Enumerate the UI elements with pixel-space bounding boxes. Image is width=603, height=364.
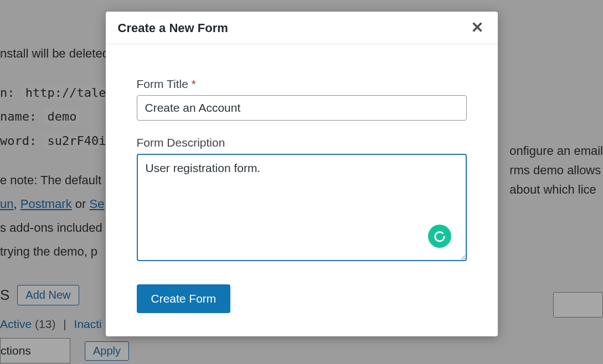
form-description-group: Form Description — [137, 136, 467, 263]
form-title-group: Form Title* — [137, 77, 467, 121]
modal-body: Form Title* Form Description Create Form — [106, 44, 498, 336]
create-form-button[interactable]: Create Form — [137, 284, 231, 313]
form-description-label: Form Description — [137, 136, 467, 149]
close-icon[interactable] — [469, 20, 486, 36]
create-form-modal: Create a New Form Form Title* Form Descr… — [106, 12, 498, 336]
modal-title: Create a New Form — [118, 21, 228, 35]
grammarly-icon[interactable] — [428, 225, 451, 248]
form-title-input[interactable] — [137, 95, 467, 121]
required-marker: * — [192, 77, 196, 90]
modal-overlay: Create a New Form Form Title* Form Descr… — [0, 0, 603, 364]
modal-header: Create a New Form — [106, 12, 498, 44]
form-description-input[interactable] — [137, 154, 467, 261]
form-title-label: Form Title* — [137, 77, 467, 91]
